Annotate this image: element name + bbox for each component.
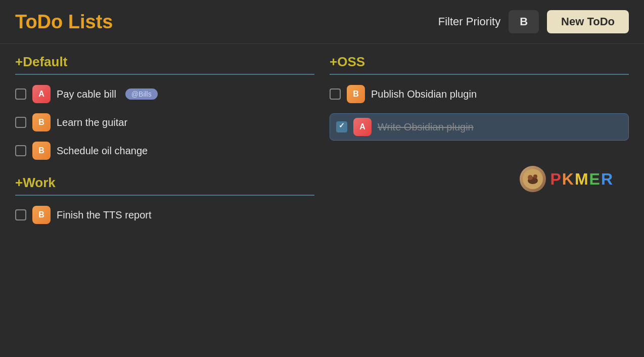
new-todo-button[interactable]: New ToDo <box>547 10 629 33</box>
priority-badge-a-write-obsidian: A <box>353 118 372 136</box>
right-column: +OSS B Publish Obsidian plugin A Write O… <box>330 54 629 239</box>
filter-priority-label: Filter Priority <box>438 15 500 28</box>
svg-point-3 <box>533 174 537 178</box>
app-title: ToDo Lists <box>15 11 113 33</box>
pkmer-letter-r: R <box>601 170 614 188</box>
pkmer-text: PKMER <box>550 170 614 189</box>
header-controls: Filter Priority B New ToDo <box>438 10 629 33</box>
todo-item-learn-guitar: B Learn the guitar <box>15 113 314 131</box>
oss-list-title: +OSS <box>330 54 629 70</box>
pkmer-svg-icon <box>522 168 543 190</box>
todo-text-finish-tts: Finish the TTS report <box>57 209 151 221</box>
todo-item-schedule-oil: B Schedule oil change <box>15 142 314 160</box>
todo-item-write-obsidian: A Write Obsidian plugin <box>330 113 629 141</box>
priority-badge-b-learn-guitar: B <box>32 113 51 131</box>
pkmer-letter-e: E <box>589 170 601 188</box>
default-list-title: +Default <box>15 54 314 70</box>
pkmer-icon <box>520 166 546 192</box>
filter-priority-button[interactable]: B <box>509 10 539 33</box>
todo-checkbox-pay-cable[interactable] <box>15 88 26 100</box>
todo-text-publish-obsidian: Publish Obsidian plugin <box>371 88 477 100</box>
todo-item-pay-cable: A Pay cable bill @Bills <box>15 85 314 103</box>
todo-text-schedule-oil: Schedule oil change <box>57 145 148 157</box>
oss-list-divider <box>330 74 629 75</box>
pkmer-letter-m: M <box>575 170 589 188</box>
work-list-title: +Work <box>15 175 314 191</box>
default-list-divider <box>15 74 314 75</box>
priority-badge-a-pay-cable: A <box>32 85 51 103</box>
todo-text-pay-cable: Pay cable bill <box>57 88 116 100</box>
default-list-section: +Default A Pay cable bill @Bills B Learn… <box>15 54 314 160</box>
work-list-section: +Work B Finish the TTS report <box>15 175 314 224</box>
todo-checkbox-publish-obsidian[interactable] <box>330 88 341 100</box>
priority-badge-b-publish-obsidian: B <box>347 85 365 103</box>
pkmer-letter-p: P <box>550 170 562 188</box>
todo-checkbox-finish-tts[interactable] <box>15 209 26 220</box>
todo-item-publish-obsidian: B Publish Obsidian plugin <box>330 85 629 103</box>
tag-badge-bills: @Bills <box>125 88 158 100</box>
todo-checkbox-schedule-oil[interactable] <box>15 145 26 156</box>
main-content: +Default A Pay cable bill @Bills B Learn… <box>0 44 644 249</box>
left-column: +Default A Pay cable bill @Bills B Learn… <box>15 54 314 239</box>
todo-item-finish-tts: B Finish the TTS report <box>15 206 314 224</box>
todo-text-learn-guitar: Learn the guitar <box>57 117 127 128</box>
work-list-divider <box>15 195 314 196</box>
todo-checkbox-learn-guitar[interactable] <box>15 117 26 128</box>
priority-badge-b-finish-tts: B <box>32 206 51 224</box>
todo-text-write-obsidian: Write Obsidian plugin <box>378 121 474 133</box>
oss-list-section: +OSS B Publish Obsidian plugin A Write O… <box>330 54 629 141</box>
priority-badge-b-schedule-oil: B <box>32 142 51 160</box>
app-header: ToDo Lists Filter Priority B New ToDo <box>0 0 644 44</box>
todo-checkbox-write-obsidian[interactable] <box>336 121 347 132</box>
pkmer-letter-k: K <box>562 170 575 188</box>
svg-point-2 <box>528 175 533 180</box>
pkmer-logo-area: PKMER <box>330 156 629 202</box>
